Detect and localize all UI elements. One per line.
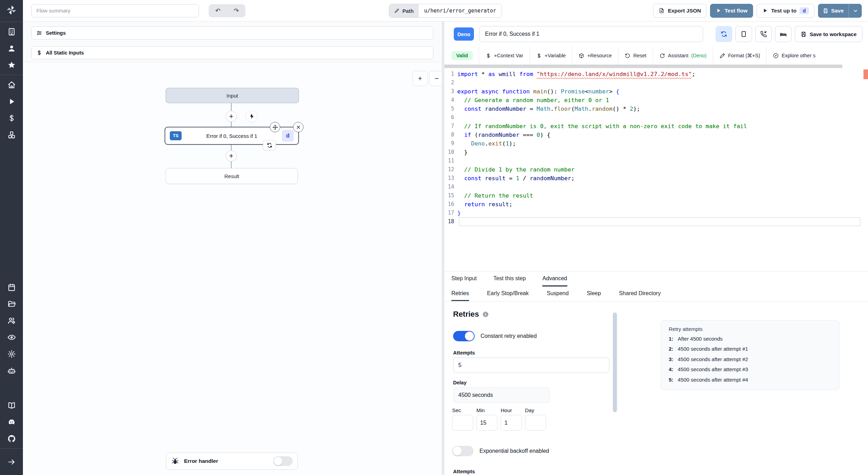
code-line-1: 1import * as wmill from "https://deno.la… bbox=[444, 70, 868, 78]
export-json-button[interactable]: Export JSON bbox=[653, 4, 707, 18]
flow-settings-button[interactable]: Settings bbox=[31, 26, 433, 40]
bed-button[interactable] bbox=[775, 26, 792, 42]
code-line-12: 12 // Divide 1 by the random number bbox=[444, 165, 868, 174]
delay-sec-input[interactable] bbox=[452, 415, 473, 431]
sidebar-item-users-gear[interactable] bbox=[0, 312, 23, 329]
undo-redo-group: ↶ ↷ bbox=[209, 4, 245, 17]
subtab-suspend[interactable]: Suspend bbox=[547, 286, 569, 301]
play-icon bbox=[716, 8, 721, 14]
toolbar-format-s-button[interactable]: Format (⌘+S) bbox=[713, 47, 766, 65]
sidebar-item-building[interactable] bbox=[0, 23, 23, 40]
toolbar-reset-button[interactable]: Reset bbox=[618, 47, 653, 65]
format-pen-icon bbox=[719, 53, 725, 59]
retry-attempts-preview: Retry attempts 1:After 4500 seconds2:450… bbox=[661, 320, 839, 390]
sidebar-item-dollar[interactable] bbox=[0, 110, 23, 126]
error-handler-row[interactable]: Error handler bbox=[166, 452, 298, 470]
sidebar-item-calendar[interactable] bbox=[0, 279, 23, 295]
phone-incoming-button[interactable] bbox=[755, 26, 772, 42]
delay-min-label: Min bbox=[476, 407, 498, 413]
windmill-logo[interactable] bbox=[0, 0, 23, 20]
refresh-icon bbox=[720, 30, 728, 38]
path-editor[interactable]: Path u/henri/error_generator bbox=[389, 4, 502, 18]
toolbar-variable-button[interactable]: +Variable bbox=[529, 47, 572, 65]
subtab-sleep[interactable]: Sleep bbox=[587, 286, 601, 301]
tab-advanced[interactable]: Advanced bbox=[542, 272, 567, 286]
subtab-retries[interactable]: Retries bbox=[451, 286, 469, 301]
move-icon bbox=[272, 124, 278, 130]
sidebar-item-folder[interactable] bbox=[0, 295, 23, 312]
code-line-14: 14 bbox=[444, 183, 868, 191]
code-line-16: 16 return result; bbox=[444, 200, 868, 209]
subtab-early-stop-break[interactable]: Early Stop/Break bbox=[487, 286, 529, 301]
step-retry-indicator[interactable] bbox=[263, 140, 276, 150]
dollar-icon bbox=[36, 50, 42, 56]
sidebar-item-gear[interactable] bbox=[0, 345, 23, 362]
flow-summary-input[interactable] bbox=[31, 4, 199, 17]
discord-icon bbox=[7, 418, 16, 426]
file-export-icon bbox=[659, 8, 665, 14]
gear-icon bbox=[7, 350, 16, 358]
plus-icon bbox=[228, 114, 234, 119]
delete-step-button[interactable] bbox=[293, 122, 303, 132]
arrow-right-icon bbox=[7, 458, 16, 466]
sidebar-item-home[interactable] bbox=[0, 76, 23, 93]
toolbar-explore-other-s-button[interactable]: Explore other s bbox=[766, 47, 822, 65]
exponential-backoff-toggle[interactable] bbox=[452, 446, 474, 456]
delay-hour-field: Hour bbox=[501, 407, 522, 431]
result-node[interactable]: Result bbox=[166, 168, 298, 184]
tab-test-this-step[interactable]: Test this step bbox=[493, 272, 526, 286]
delay-input[interactable] bbox=[453, 388, 550, 403]
delay-min-input[interactable] bbox=[476, 415, 498, 431]
sidebar-item-book[interactable] bbox=[0, 397, 23, 414]
line-number: 18 bbox=[444, 217, 454, 226]
refresh-button[interactable] bbox=[716, 26, 732, 42]
delay-label: Delay bbox=[453, 380, 467, 385]
sidebar-expand-button[interactable] bbox=[0, 453, 23, 470]
sidebar-item-github[interactable] bbox=[0, 430, 23, 447]
delay-hour-input[interactable] bbox=[501, 415, 522, 431]
test-up-to-button[interactable]: Test up to d bbox=[757, 4, 815, 18]
move-step-handle[interactable] bbox=[270, 122, 280, 132]
sidebar-item-star[interactable] bbox=[0, 57, 23, 73]
trigger-button[interactable] bbox=[246, 110, 258, 122]
input-node[interactable]: Input bbox=[166, 88, 299, 103]
sidebar-item-play[interactable] bbox=[0, 93, 23, 110]
sidebar-item-discord[interactable] bbox=[0, 414, 23, 430]
save-to-workspace-button[interactable]: Save to workspace bbox=[795, 26, 862, 42]
sidebar-item-robot[interactable] bbox=[0, 362, 23, 379]
all-static-inputs-button[interactable]: All Static Inputs bbox=[31, 46, 433, 59]
constant-retry-toggle[interactable] bbox=[453, 331, 475, 341]
insert-step-above-button[interactable] bbox=[226, 111, 237, 122]
toolbar-resource-button[interactable]: +Resource bbox=[572, 47, 618, 65]
code-editor[interactable]: 1import * as wmill from "https://deno.la… bbox=[444, 68, 868, 271]
step-title-input[interactable] bbox=[479, 26, 703, 42]
toolbar-assistant-button[interactable]: Assistant(Deno) bbox=[653, 47, 713, 65]
square-button[interactable] bbox=[735, 26, 752, 42]
retry-attempt-row: 2:4500 seconds after attempt #1 bbox=[669, 345, 831, 352]
test-flow-button[interactable]: Test flow bbox=[710, 4, 753, 18]
undo-button[interactable]: ↶ bbox=[209, 4, 227, 17]
calendar-icon bbox=[7, 283, 16, 292]
subtab-shared-directory[interactable]: Shared Directory bbox=[619, 286, 661, 301]
flow-graph-canvas[interactable]: + − Input TS Error if 0, Success if 1 d bbox=[23, 62, 442, 475]
info-icon[interactable] bbox=[482, 311, 489, 318]
code-line-13: 13 const result = 1 / randomNumber; bbox=[444, 174, 868, 183]
redo-button[interactable]: ↷ bbox=[227, 4, 245, 17]
insert-step-below-button[interactable] bbox=[226, 150, 237, 161]
error-handler-toggle[interactable] bbox=[273, 456, 293, 466]
toolbar-context-var-button[interactable]: +Context Var bbox=[479, 47, 529, 65]
delay-day-input[interactable] bbox=[525, 415, 546, 431]
retries-scrollbar[interactable] bbox=[613, 312, 617, 412]
save-button[interactable]: Save bbox=[818, 4, 849, 18]
sidebar-item-user[interactable] bbox=[0, 40, 23, 57]
panel-resizer[interactable] bbox=[442, 22, 444, 475]
retry-attempt-row: 5:4500 seconds after attempt #4 bbox=[669, 376, 831, 383]
zoom-in-button[interactable]: + bbox=[412, 71, 428, 86]
sidebar-item-cubes[interactable] bbox=[0, 126, 23, 143]
attempts-input[interactable] bbox=[453, 358, 609, 373]
save-dropdown-button[interactable] bbox=[849, 4, 862, 18]
tab-step-input[interactable]: Step Input bbox=[451, 272, 477, 286]
line-number: 13 bbox=[444, 174, 454, 183]
code-line-4: 4 // Generate a random number, either 0 … bbox=[444, 96, 868, 105]
sidebar-item-eye[interactable] bbox=[0, 329, 23, 345]
